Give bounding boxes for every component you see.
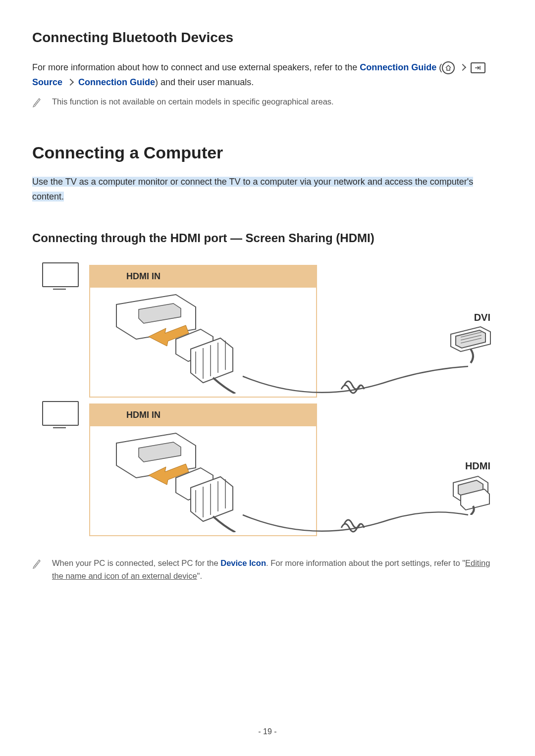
page: Connecting Bluetooth Devices For more in… [0,0,535,756]
svg-line-2 [37,101,38,102]
tv-icon [42,262,79,287]
diagram-dvi: HDMI IN [32,262,503,401]
diagram-stack: HDMI IN [32,262,503,540]
para-computer-intro: Use the TV as a computer monitor or conn… [32,175,503,204]
para-bluetooth: For more information about how to connec… [32,60,503,90]
heading-bluetooth: Connecting Bluetooth Devices [32,30,503,46]
page-number: - 19 - [0,727,535,736]
link-connection-guide-2[interactable]: Connection Guide [78,77,155,87]
tv-icon [42,401,79,426]
home-icon [442,61,455,74]
note-row: This function is not available on certai… [32,96,503,108]
svg-line-32 [36,564,37,565]
note-row: When your PC is connected, select PC for… [32,557,503,582]
hdmi-port-illustration [102,428,250,532]
cable-illustration [240,500,478,540]
tv-stand [53,425,66,428]
text: For more information about how to connec… [32,62,360,72]
source-icon [471,62,485,73]
hdmi-in-label: HDMI IN [89,403,317,426]
svg-line-0 [35,104,36,105]
note-text: When your PC is connected, select PC for… [52,557,503,582]
svg-line-33 [37,563,38,564]
highlighted-text: Use the TV as a computer monitor or conn… [32,177,473,202]
heading-computer: Connecting a Computer [32,143,503,162]
svg-line-31 [35,566,36,567]
hdmi-label: HDMI [465,460,490,472]
hdmi-port-illustration [102,290,250,394]
heading-hdmi: Connecting through the HDMI port — Scree… [32,231,503,245]
note-text: This function is not available on certai… [52,96,334,108]
dvi-label: DVI [474,312,490,323]
text: ) and their user manuals. [155,77,254,87]
pencil-icon [32,558,41,569]
text: ( [436,62,442,72]
dvi-connector-illustration [446,324,495,364]
chevron-right-icon [67,79,74,86]
text: When your PC is connected, select PC for… [52,558,220,567]
link-source[interactable]: Source [32,77,62,87]
link-device-icon[interactable]: Device Icon [220,558,266,567]
svg-line-1 [36,103,37,104]
text: ". [197,571,202,580]
text: . For more information about the port se… [266,558,465,567]
link-connection-guide[interactable]: Connection Guide [360,62,436,72]
pencil-icon [32,97,41,107]
chevron-right-icon [459,64,466,71]
tv-stand [53,286,66,290]
diagram-hdmi: HDMI IN HDMI [32,401,503,540]
cable-illustration [240,361,478,401]
hdmi-in-label: HDMI IN [89,265,317,288]
